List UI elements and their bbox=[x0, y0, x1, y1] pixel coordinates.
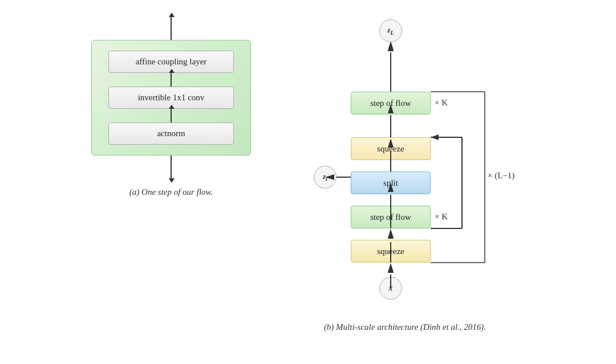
split-box: split bbox=[351, 171, 431, 194]
svg-marker-19 bbox=[388, 264, 394, 273]
squeeze-bot-box: squeeze bbox=[351, 240, 431, 263]
bottom-input-arrow bbox=[171, 156, 172, 178]
flow-arrows bbox=[285, 17, 525, 313]
zi-label: zi bbox=[323, 172, 327, 182]
right-diagram: zL step of flow × K squeeze split zi ste… bbox=[285, 17, 525, 332]
x-label: x bbox=[389, 284, 393, 293]
right-caption: (b) Multi-scale architecture (Dinh et al… bbox=[324, 322, 486, 332]
actnorm-box: actnorm bbox=[108, 122, 234, 145]
flow-arrows-2 bbox=[285, 17, 525, 313]
zL-label: zL bbox=[387, 26, 394, 36]
squeeze-top-box: squeeze bbox=[351, 137, 431, 160]
arrow-coupling-to-conv bbox=[171, 73, 172, 87]
main-container: affine coupling layer invertible 1x1 con… bbox=[0, 0, 616, 364]
x-circle: x bbox=[379, 277, 402, 300]
top-output-arrow bbox=[171, 17, 172, 40]
zL-circle: zL bbox=[379, 19, 402, 42]
svg-marker-17 bbox=[431, 134, 439, 140]
svg-marker-21 bbox=[388, 230, 394, 239]
svg-marker-3 bbox=[388, 229, 394, 238]
svg-marker-1 bbox=[388, 263, 394, 272]
flow-step-box: affine coupling layer invertible 1x1 con… bbox=[91, 40, 251, 156]
arrow-conv-to-actnorm bbox=[171, 109, 172, 122]
left-caption: (a) One step of our flow. bbox=[129, 187, 213, 197]
multiplier-k-top: × K bbox=[435, 98, 448, 108]
svg-marker-11 bbox=[388, 41, 394, 50]
left-diagram: affine coupling layer invertible 1x1 con… bbox=[91, 17, 251, 197]
multiplier-l1: × (L−1) bbox=[488, 171, 514, 181]
multiplier-k-bot: × K bbox=[435, 212, 448, 222]
step-flow-bot-box: step of flow bbox=[351, 206, 431, 228]
right-figure: zL step of flow × K squeeze split zi ste… bbox=[285, 17, 525, 313]
step-flow-top-box: step of flow bbox=[351, 92, 431, 114]
left-figure: affine coupling layer invertible 1x1 con… bbox=[91, 17, 251, 178]
zi-circle: zi bbox=[314, 166, 337, 189]
svg-marker-29 bbox=[388, 42, 394, 51]
